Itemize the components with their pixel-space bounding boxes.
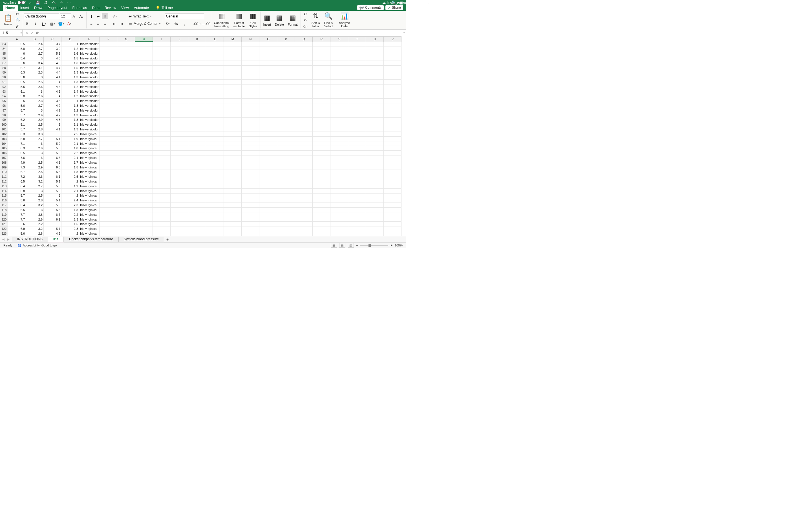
- cell[interactable]: 2.2: [26, 222, 44, 226]
- cell[interactable]: [366, 146, 384, 151]
- cell[interactable]: [100, 151, 117, 156]
- cell[interactable]: Iris-versicolor: [79, 56, 100, 61]
- cell[interactable]: 2.9: [26, 165, 44, 170]
- cell[interactable]: [331, 84, 348, 89]
- cell[interactable]: Iris-virginica: [79, 165, 100, 170]
- cell[interactable]: [384, 103, 402, 108]
- cell[interactable]: [259, 226, 277, 231]
- cell[interactable]: Iris-versicolor: [79, 51, 100, 56]
- cell[interactable]: [259, 117, 277, 122]
- cell[interactable]: [117, 184, 135, 188]
- cell[interactable]: [135, 193, 153, 198]
- cell[interactable]: 6.9: [44, 217, 61, 222]
- cell[interactable]: [188, 212, 206, 217]
- cell[interactable]: [153, 75, 170, 80]
- cell[interactable]: [100, 146, 117, 151]
- cell[interactable]: [117, 193, 135, 198]
- cell[interactable]: 2.9: [26, 113, 44, 117]
- copy-icon[interactable]: 📄▾: [14, 17, 20, 23]
- cell[interactable]: [170, 231, 188, 236]
- cell[interactable]: [153, 108, 170, 113]
- cell[interactable]: [224, 127, 242, 132]
- cell[interactable]: 3.2: [26, 226, 44, 231]
- cell[interactable]: [100, 198, 117, 203]
- cell[interactable]: Iris-versicolor: [79, 94, 100, 99]
- cell[interactable]: [384, 151, 402, 156]
- cell[interactable]: [259, 122, 277, 127]
- cell[interactable]: [348, 165, 366, 170]
- cell[interactable]: 6.4: [8, 203, 26, 208]
- indent-decrease-icon[interactable]: ⇤: [111, 21, 117, 26]
- cell[interactable]: 4: [44, 94, 61, 99]
- cell[interactable]: 2.3: [26, 70, 44, 75]
- cell[interactable]: [188, 231, 206, 236]
- cell[interactable]: [153, 89, 170, 94]
- tab-review[interactable]: Review: [102, 5, 119, 11]
- cell[interactable]: 4.5: [44, 56, 61, 61]
- cell[interactable]: [242, 198, 259, 203]
- cell[interactable]: [153, 80, 170, 84]
- row-header[interactable]: 96: [0, 103, 8, 108]
- cell[interactable]: [242, 56, 259, 61]
- cell[interactable]: 6.9: [8, 226, 26, 231]
- cell[interactable]: [259, 188, 277, 193]
- cell[interactable]: [188, 141, 206, 146]
- cell[interactable]: [100, 156, 117, 160]
- cell[interactable]: [153, 151, 170, 156]
- cell[interactable]: Iris-virginica: [79, 132, 100, 136]
- cell[interactable]: [224, 84, 242, 89]
- row-header[interactable]: 106: [0, 151, 8, 156]
- cell[interactable]: [384, 212, 402, 217]
- cell[interactable]: [242, 231, 259, 236]
- cell[interactable]: [206, 188, 224, 193]
- cell[interactable]: 5.6: [8, 75, 26, 80]
- cell[interactable]: [224, 179, 242, 184]
- cell[interactable]: [259, 146, 277, 151]
- cell[interactable]: [206, 184, 224, 188]
- cell[interactable]: [313, 193, 331, 198]
- cell[interactable]: [366, 208, 384, 212]
- confirm-formula-icon[interactable]: ✓: [31, 31, 34, 35]
- cell[interactable]: [384, 127, 402, 132]
- cell[interactable]: [188, 146, 206, 151]
- cell[interactable]: 2.6: [26, 84, 44, 89]
- cell[interactable]: [117, 70, 135, 75]
- cell[interactable]: [331, 132, 348, 136]
- cell[interactable]: 5.5: [44, 208, 61, 212]
- cell[interactable]: Iris-virginica: [79, 141, 100, 146]
- row-header[interactable]: 118: [0, 208, 8, 212]
- cell[interactable]: Iris-versicolor: [79, 42, 100, 47]
- cell[interactable]: [206, 165, 224, 170]
- cell[interactable]: [100, 165, 117, 170]
- cell[interactable]: 1.3: [61, 127, 79, 132]
- cell[interactable]: 3: [26, 108, 44, 113]
- cell[interactable]: [188, 65, 206, 70]
- cell[interactable]: [366, 70, 384, 75]
- cell[interactable]: [242, 193, 259, 198]
- col-header-A[interactable]: A: [8, 37, 26, 42]
- cell[interactable]: [259, 179, 277, 184]
- cell[interactable]: [384, 174, 402, 179]
- cell[interactable]: 2.7: [26, 103, 44, 108]
- cell[interactable]: 2.3: [61, 226, 79, 231]
- cell[interactable]: [117, 170, 135, 174]
- cell[interactable]: [135, 208, 153, 212]
- col-header-V[interactable]: V: [384, 37, 402, 42]
- cell[interactable]: 6.5: [8, 179, 26, 184]
- cell[interactable]: [117, 61, 135, 65]
- cell[interactable]: 4.1: [44, 127, 61, 132]
- cell[interactable]: [348, 99, 366, 103]
- cell[interactable]: [348, 56, 366, 61]
- cell[interactable]: Iris-versicolor: [79, 117, 100, 122]
- cell[interactable]: [170, 203, 188, 208]
- cell[interactable]: [100, 99, 117, 103]
- cell[interactable]: Iris-virginica: [79, 170, 100, 174]
- cell[interactable]: 6.3: [44, 165, 61, 170]
- increase-decimal-icon[interactable]: .00→: [195, 21, 201, 26]
- cell[interactable]: [366, 231, 384, 236]
- merge-center-button[interactable]: ▭ Merge & Center▾: [128, 21, 161, 26]
- cell[interactable]: [117, 132, 135, 136]
- cell[interactable]: [188, 75, 206, 80]
- paste-button[interactable]: 📋 Paste: [3, 13, 13, 26]
- cell[interactable]: [331, 141, 348, 146]
